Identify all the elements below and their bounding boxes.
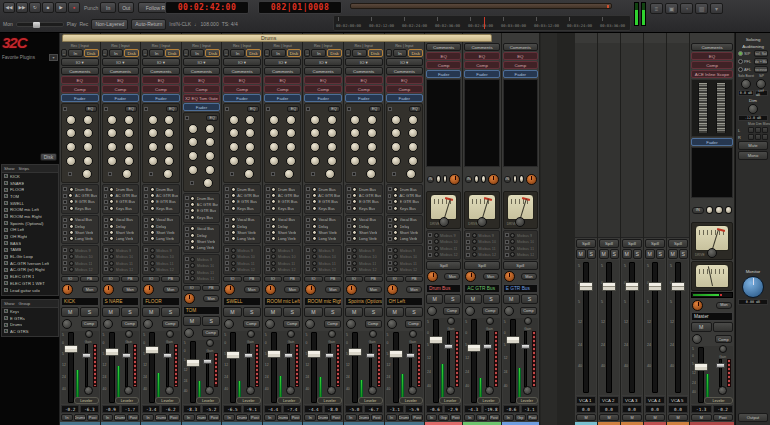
spill-button[interactable]: Spill	[426, 261, 461, 270]
send-level-knob[interactable]	[472, 252, 477, 257]
track-name-plate[interactable]: KICK	[61, 297, 99, 306]
comp-mini-slider[interactable]	[85, 344, 88, 387]
comp-mini-slider[interactable]	[125, 344, 128, 387]
checkbox-icon[interactable]: ✓	[4, 275, 8, 279]
eq-freq-knob[interactable]	[245, 142, 255, 152]
send-level-knob[interactable]	[231, 187, 236, 192]
bus-name-plate[interactable]: Drum Bus	[426, 284, 461, 293]
pan-knob[interactable]	[387, 284, 398, 295]
send-level-knob[interactable]	[69, 248, 74, 253]
send-enable-button[interactable]	[306, 231, 310, 235]
fader-processor-button[interactable]: Fader	[426, 70, 461, 78]
pan-knob[interactable]	[305, 284, 316, 295]
punch-in-button[interactable]: In	[100, 2, 116, 13]
time-signature[interactable]: TS: 4/4	[222, 21, 238, 27]
comp-threshold-knob[interactable]	[692, 334, 702, 344]
fader-processor-button[interactable]: Fader	[223, 94, 261, 102]
comp-speed-knob[interactable]	[85, 330, 93, 338]
checkbox-icon[interactable]: ✓	[4, 316, 8, 320]
eq-gain-knob[interactable]	[269, 128, 279, 138]
leveler-mode-button[interactable]: Leveler	[516, 397, 538, 404]
send-level-knob[interactable]	[150, 193, 155, 198]
send-enable-button[interactable]	[104, 237, 108, 241]
send-level-knob[interactable]	[271, 217, 276, 222]
gain-readout[interactable]: 0.0	[645, 405, 665, 413]
send-level-knob[interactable]	[190, 276, 195, 281]
send-enable-button[interactable]	[104, 261, 108, 265]
send-level-knob[interactable]	[312, 248, 317, 253]
send-level-knob[interactable]	[393, 248, 398, 253]
solo-button[interactable]: S	[161, 307, 179, 317]
comp-mini-handle[interactable]	[244, 353, 253, 358]
secondary-clock[interactable]: 082|01|0008	[258, 1, 342, 14]
send-level-knob[interactable]	[393, 206, 398, 211]
send-enable-button[interactable]	[144, 224, 148, 228]
send-enable-button[interactable]	[185, 276, 189, 280]
filter-knob[interactable]	[82, 169, 92, 179]
send-level-knob[interactable]	[69, 224, 74, 229]
output-routing-button[interactable]: IO	[183, 285, 201, 291]
mute-button[interactable]: M	[223, 307, 241, 317]
group-assign-button[interactable]: Grp	[515, 414, 526, 421]
send-level-knob[interactable]	[231, 230, 236, 235]
send-enable-button[interactable]	[104, 267, 108, 271]
send-enable-button[interactable]	[144, 194, 148, 198]
pb-button[interactable]: PB	[121, 276, 139, 282]
checkbox-icon[interactable]: ✓	[4, 288, 8, 292]
gain-readout[interactable]: -6.5	[223, 405, 241, 413]
monitor-button[interactable]: Mon	[203, 295, 219, 302]
record-mode-button[interactable]: Non-Layered	[91, 19, 128, 30]
send-level-knob[interactable]	[109, 254, 114, 259]
eq-gain-knob[interactable]	[188, 165, 198, 175]
mute-button[interactable]: M	[622, 249, 632, 259]
strip-list-item-kick[interactable]: ✓KICK	[2, 173, 58, 180]
eq-processor-button[interactable]: EQ	[464, 52, 499, 60]
eq-freq-knob[interactable]	[164, 128, 174, 138]
output-routing-button[interactable]: IO	[61, 276, 79, 282]
send-level-knob[interactable]	[312, 261, 317, 266]
send-enable-button[interactable]	[185, 233, 189, 237]
send-enable-button[interactable]	[266, 248, 270, 252]
send-level-knob[interactable]	[352, 267, 357, 272]
send-level-knob[interactable]	[352, 230, 357, 235]
comp-speed-knob[interactable]	[447, 317, 455, 325]
monitor-button[interactable]: Mon	[163, 286, 179, 293]
comp-processor-button[interactable]: Comp	[223, 85, 261, 93]
comp-makeup-knob[interactable]	[84, 386, 93, 395]
disk-button[interactable]: Disk	[408, 49, 423, 57]
bus-name-plate[interactable]: AC GTR Bus	[464, 284, 499, 293]
send-level-knob[interactable]	[393, 267, 398, 272]
eq-mini-button[interactable]: EQ	[125, 106, 137, 112]
filter-toggle[interactable]	[311, 172, 315, 176]
send-enable-button[interactable]	[505, 240, 509, 244]
send-enable-button[interactable]	[347, 224, 351, 228]
pan-knob[interactable]	[103, 284, 114, 295]
strip-list-item-ac-gtr-iverson-left[interactable]: ✓AC-GTR Iverson Left	[2, 260, 58, 267]
send-level-knob[interactable]	[352, 261, 357, 266]
comp-makeup-knob[interactable]	[446, 386, 455, 395]
send-enable-button[interactable]	[225, 231, 229, 235]
send-level-knob[interactable]	[271, 199, 276, 204]
eq-gain-knob[interactable]	[269, 156, 279, 166]
eq-freq-knob[interactable]	[124, 128, 134, 138]
send-level-knob[interactable]	[510, 246, 515, 251]
pan-knob[interactable]	[224, 284, 235, 295]
comp-enable-button[interactable]: Comp	[482, 307, 499, 315]
eq-freq-knob[interactable]	[164, 142, 174, 152]
send-level-knob[interactable]	[510, 252, 515, 257]
bus-drive-knob[interactable]	[488, 174, 499, 185]
send-level-knob[interactable]	[109, 224, 114, 229]
toolbar-scrollbar[interactable]	[350, 3, 612, 9]
eq-gain-knob[interactable]	[107, 142, 117, 152]
mute-button[interactable]: M	[304, 307, 322, 317]
comp-speed-knob[interactable]	[166, 330, 174, 338]
send-enable-button[interactable]	[388, 224, 392, 228]
send-enable-button[interactable]	[63, 267, 67, 271]
send-level-knob[interactable]	[150, 236, 155, 241]
eq-freq-knob[interactable]	[408, 142, 418, 152]
track-name-plate[interactable]: ROOM mic Left	[264, 297, 302, 306]
fader-handle[interactable]	[145, 346, 159, 354]
send-enable-button[interactable]	[266, 224, 270, 228]
strip-list-item-elec-gtr-1[interactable]: ✓ELEC GTR 1	[2, 273, 58, 280]
track-name-plate[interactable]: Spoints (Optional)	[345, 297, 383, 306]
